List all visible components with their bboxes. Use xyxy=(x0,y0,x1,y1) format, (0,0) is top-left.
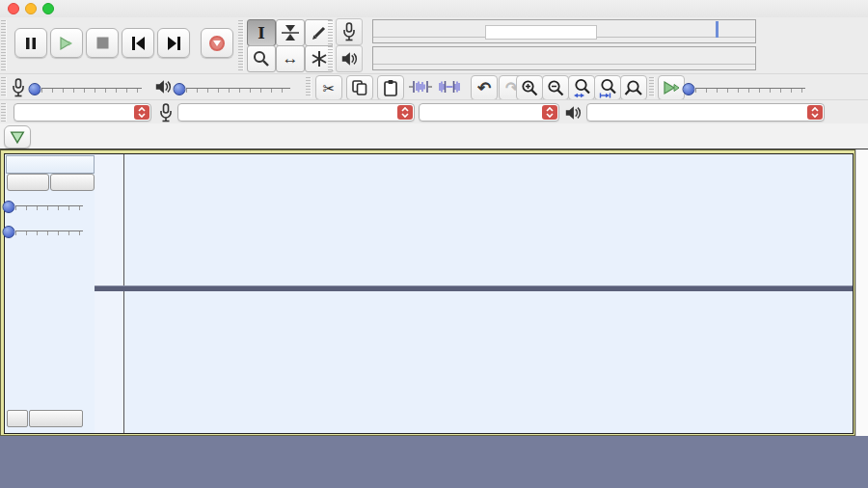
cut-button[interactable]: ✂ xyxy=(315,75,342,100)
select-track-button[interactable] xyxy=(29,410,83,427)
paste-button[interactable] xyxy=(377,75,404,100)
play-speed-slider[interactable] xyxy=(689,75,812,98)
track-header xyxy=(6,155,95,174)
ibeam-icon: I xyxy=(258,24,264,42)
play-icon xyxy=(59,36,74,51)
pan-slider[interactable] xyxy=(9,218,90,241)
zoom-window-button[interactable] xyxy=(42,3,54,14)
mute-button[interactable] xyxy=(7,174,49,191)
play-at-speed-icon xyxy=(663,80,681,95)
playback-device-select[interactable] xyxy=(586,103,825,122)
selection-tool-button[interactable]: I xyxy=(247,19,276,46)
slider-thumb[interactable] xyxy=(3,201,15,213)
time-shift-tool-button[interactable]: ↔ xyxy=(276,45,305,72)
meter-divider-line xyxy=(373,64,755,65)
titlebar xyxy=(0,0,868,17)
zoom-tool-button[interactable] xyxy=(247,45,276,72)
copy-button[interactable] xyxy=(346,75,373,100)
paste-icon xyxy=(383,79,398,96)
collapse-track-button[interactable] xyxy=(7,410,28,427)
microphone-icon xyxy=(159,103,173,122)
trim-outside-selection-button[interactable] xyxy=(408,75,433,98)
skip-to-start-icon xyxy=(131,37,146,50)
device-toolbar-grip[interactable] xyxy=(1,103,7,122)
envelope-icon xyxy=(281,24,300,41)
magnifier-icon xyxy=(253,50,270,68)
device-toolbar xyxy=(0,99,868,124)
audio-host-select[interactable] xyxy=(14,103,151,122)
playback-meter-channel-labels xyxy=(364,45,371,70)
undo-icon: ↶ xyxy=(477,78,491,98)
track-close-button[interactable] xyxy=(9,156,20,171)
silence-selection-button[interactable] xyxy=(437,75,462,98)
select-stepper-icon xyxy=(542,105,557,120)
zoom-toggle-icon xyxy=(624,79,643,97)
slider-thumb[interactable] xyxy=(3,226,15,238)
track-focus-border xyxy=(0,149,855,436)
stop-icon xyxy=(96,37,109,49)
edit-toolbar-grip[interactable] xyxy=(306,77,312,97)
left-right-arrow-icon: ↔ xyxy=(283,49,299,68)
zoom-in-icon xyxy=(521,79,539,97)
recording-meter xyxy=(334,17,752,44)
slider-thumb[interactable] xyxy=(29,83,41,95)
slider-thumb[interactable] xyxy=(174,83,186,95)
zoom-selection-button[interactable] xyxy=(568,75,595,100)
select-stepper-icon xyxy=(397,105,413,120)
tools-toolbar-grip[interactable] xyxy=(238,20,244,70)
silence-icon xyxy=(438,79,461,95)
play-at-speed-toolbar-grip[interactable] xyxy=(649,77,655,97)
play-at-speed-button[interactable] xyxy=(658,75,685,100)
select-stepper-icon xyxy=(134,105,149,120)
copy-icon xyxy=(351,79,368,96)
mixer-toolbar-grip[interactable] xyxy=(1,77,7,97)
recording-channels-select[interactable] xyxy=(419,103,559,122)
skip-to-start-button[interactable] xyxy=(122,28,154,58)
undo-button[interactable]: ↶ xyxy=(471,75,498,100)
waveform-canvas[interactable] xyxy=(124,154,853,431)
playback-volume-slider[interactable] xyxy=(179,75,297,98)
play-button[interactable] xyxy=(50,28,83,58)
recording-meter-cursor xyxy=(716,21,719,38)
solo-button[interactable] xyxy=(50,174,95,191)
microphone-icon xyxy=(342,22,356,41)
recording-device-select[interactable] xyxy=(177,103,415,122)
vertical-scrollbar-track[interactable] xyxy=(855,149,868,436)
recording-meter-scale[interactable] xyxy=(372,19,756,43)
minimize-window-button[interactable] xyxy=(25,3,37,14)
record-button[interactable] xyxy=(201,28,233,58)
slider-thumb[interactable] xyxy=(683,83,695,95)
transport-toolbar-grip[interactable] xyxy=(1,20,7,70)
monitor-prompt[interactable] xyxy=(485,25,597,40)
pause-button[interactable] xyxy=(14,28,47,58)
toolbar-row-2: ✂ ↶ ↷ xyxy=(0,73,868,100)
timeline xyxy=(0,123,868,149)
zoom-project-icon xyxy=(599,78,617,98)
playback-meter-scale[interactable] xyxy=(372,46,756,70)
stop-button[interactable] xyxy=(86,28,119,58)
playback-meter-speaker-button[interactable] xyxy=(336,45,363,72)
select-stepper-icon xyxy=(807,105,823,120)
zoom-toggle-button[interactable] xyxy=(620,75,647,100)
envelope-tool-button[interactable] xyxy=(276,19,305,46)
skip-to-end-icon xyxy=(167,37,181,50)
track-vertical-ruler[interactable] xyxy=(95,154,124,433)
speaker-icon xyxy=(340,50,358,68)
pause-icon xyxy=(24,37,38,50)
channel-divider xyxy=(95,285,853,291)
timeline-ruler[interactable] xyxy=(0,123,868,149)
zoom-out-icon xyxy=(547,79,565,97)
recording-level-slider[interactable] xyxy=(35,75,149,98)
zoom-out-button[interactable] xyxy=(542,75,569,100)
close-window-button[interactable] xyxy=(8,3,19,14)
zoom-project-button[interactable] xyxy=(594,75,621,100)
scissors-icon: ✂ xyxy=(323,81,336,95)
record-icon xyxy=(209,36,225,51)
speaker-icon xyxy=(154,78,172,95)
gain-slider[interactable] xyxy=(9,193,90,216)
recording-meter-mic-button[interactable] xyxy=(336,18,363,45)
skip-to-end-button[interactable] xyxy=(157,28,190,58)
microphone-icon xyxy=(12,78,25,97)
zoom-in-button[interactable] xyxy=(516,75,543,100)
recording-meter-channel-labels xyxy=(364,18,371,43)
